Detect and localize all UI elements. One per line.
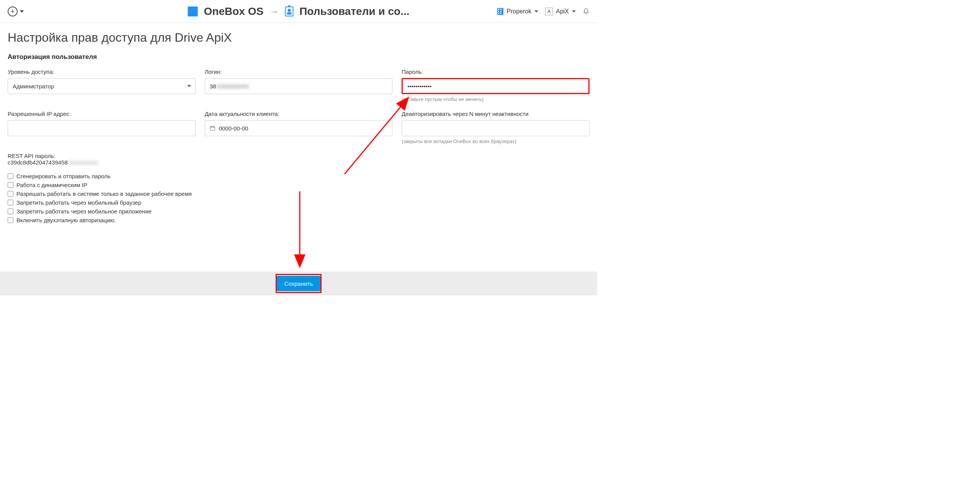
save-button[interactable]: Сохранить xyxy=(277,276,321,291)
brand-logo-icon xyxy=(188,7,198,16)
header-left: + xyxy=(8,7,24,16)
rest-api-value-visible: c39dc8db42047439458 xyxy=(8,159,68,166)
chevron-down-icon xyxy=(572,10,576,13)
bell-icon xyxy=(583,8,590,15)
checkbox[interactable] xyxy=(8,208,13,214)
chk-generate-password[interactable]: Сгенерировать и отправить пароль xyxy=(8,173,590,179)
checkbox[interactable] xyxy=(8,191,13,197)
arrow-right-icon: → xyxy=(270,6,279,17)
chk-two-factor[interactable]: Включить двухэтапную авторизацию. xyxy=(8,217,590,223)
calendar-icon xyxy=(209,125,216,131)
login-input[interactable]: 380000000000 xyxy=(205,78,393,94)
deauth-hint: (закрыты все вкладки OneBox во всех брау… xyxy=(402,138,590,144)
checkbox[interactable] xyxy=(8,173,13,179)
field-deauth-minutes: Деавторизировать через N минут неактивно… xyxy=(402,111,590,144)
content-area: Настройка прав доступа для Drive ApiX Ав… xyxy=(0,23,597,223)
login-label: Логин: xyxy=(205,68,393,75)
add-button[interactable]: + xyxy=(8,7,24,16)
app-header: + OneBox OS → Пользователи и со... Prope… xyxy=(0,0,597,23)
checkbox[interactable] xyxy=(8,217,13,223)
breadcrumb: OneBox OS → Пользователи и со... xyxy=(188,5,410,18)
deauth-input[interactable] xyxy=(402,120,590,136)
client-date-input[interactable] xyxy=(205,120,393,136)
password-hint: (оставьте пустым чтобы не менять) xyxy=(402,96,590,102)
section-title-auth: Авторизация пользователя xyxy=(8,53,590,61)
checkbox-label: Запретить работать через мобильный брауз… xyxy=(16,199,141,206)
svg-rect-0 xyxy=(210,126,215,130)
chevron-down-icon xyxy=(20,10,24,13)
users-app-icon xyxy=(285,7,293,16)
chk-block-mobile-browser[interactable]: Запретить работать через мобильный брауз… xyxy=(8,199,590,206)
auth-row-2: Разрешенный IP адрес: Дата актуальности … xyxy=(8,111,590,144)
breadcrumb-page[interactable]: Пользователи и со... xyxy=(299,5,409,18)
deauth-label: Деавторизировать через N минут неактивно… xyxy=(402,111,590,117)
org-name: Properok xyxy=(506,8,531,15)
allowed-ip-label: Разрешенный IP адрес: xyxy=(8,111,196,117)
checkbox-label: Запретить работать через мобильное прило… xyxy=(16,208,152,215)
plus-circle-icon: + xyxy=(8,7,18,16)
chk-work-hours-only[interactable]: Разрешать работать в системе только в за… xyxy=(8,191,590,197)
field-allowed-ip: Разрешенный IP адрес: xyxy=(8,111,196,144)
checkbox-label: Работа с динамическим IP xyxy=(16,182,87,188)
access-level-select[interactable]: Администратор xyxy=(8,78,196,94)
checkbox-label: Сгенерировать и отправить пароль xyxy=(16,173,111,179)
avatar: A xyxy=(545,8,553,15)
checkbox[interactable] xyxy=(8,182,13,188)
field-login: Логин: 380000000000 xyxy=(205,68,393,102)
rest-api-value-masked: xxxxxxxxxx xyxy=(68,159,98,166)
auth-row-1: Уровень доступа: Администратор Логин: 38… xyxy=(8,68,590,102)
checkbox-group: Сгенерировать и отправить пароль Работа … xyxy=(8,173,590,223)
chevron-down-icon xyxy=(534,10,538,13)
user-name: ApiX xyxy=(556,8,569,15)
chk-block-mobile-app[interactable]: Запретить работать через мобильное прило… xyxy=(8,208,590,215)
access-level-label: Уровень доступа: xyxy=(8,68,196,75)
header-right: Properok A ApiX xyxy=(497,8,590,15)
checkbox-label: Включить двухэтапную авторизацию. xyxy=(16,217,116,223)
org-switcher[interactable]: Properok xyxy=(497,8,538,15)
footer-bar: Сохранить xyxy=(0,272,597,295)
rest-api-row: REST API пароль: c39dc8db42047439458xxxx… xyxy=(8,153,590,166)
checkbox-label: Разрешать работать в системе только в за… xyxy=(16,191,192,197)
rest-api-label: REST API пароль: xyxy=(8,153,590,159)
field-password: Пароль: (оставьте пустым чтобы не менять… xyxy=(402,68,590,102)
password-label: Пароль: xyxy=(402,68,590,75)
field-client-date: Дата актуальности клиента: xyxy=(205,111,393,144)
page-title: Настройка прав доступа для Drive ApiX xyxy=(8,31,590,45)
chk-dynamic-ip[interactable]: Работа с динамическим IP xyxy=(8,182,590,188)
notifications-button[interactable] xyxy=(583,8,590,15)
password-input[interactable] xyxy=(402,78,590,94)
building-icon xyxy=(497,8,503,15)
brand-name[interactable]: OneBox OS xyxy=(204,5,264,18)
checkbox[interactable] xyxy=(8,200,13,205)
user-menu[interactable]: A ApiX xyxy=(545,8,576,15)
field-access-level: Уровень доступа: Администратор xyxy=(8,68,196,102)
client-date-label: Дата актуальности клиента: xyxy=(205,111,393,117)
allowed-ip-input[interactable] xyxy=(8,120,196,136)
